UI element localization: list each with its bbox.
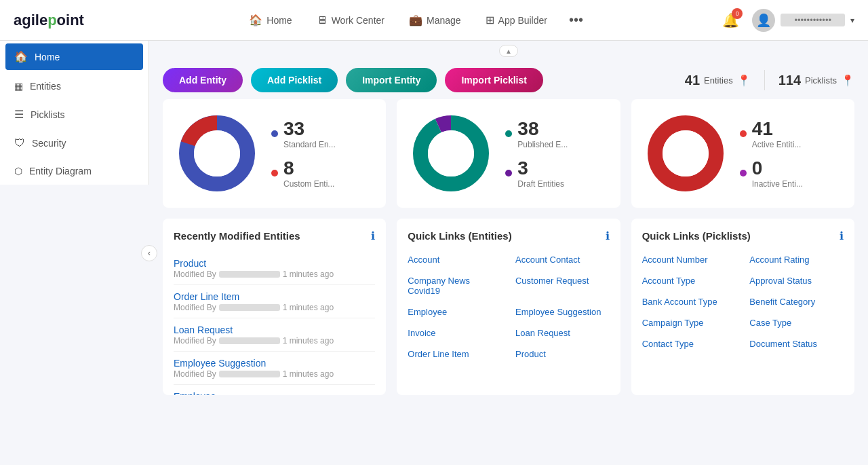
- sidebar-item-entities[interactable]: ▦ Entities: [0, 73, 149, 100]
- modifier-blur-1: [219, 271, 280, 278]
- entity-link-employee[interactable]: Employee: [174, 391, 216, 395]
- home-nav-icon: 🏠: [249, 14, 262, 26]
- ql-customer-request[interactable]: Customer Request: [515, 273, 610, 299]
- ql-account[interactable]: Account: [408, 252, 502, 267]
- chart1-legend: 33 Standard En... 8 Custom Enti...: [271, 118, 336, 189]
- donut-svg-1: [176, 113, 258, 194]
- chevron-up-icon: ▲: [505, 48, 512, 55]
- user-avatar-area[interactable]: 👤 •••••••••••• ▾: [752, 9, 854, 32]
- svg-point-7: [663, 130, 709, 176]
- nav-appbuilder[interactable]: ⊞ App Builder: [476, 10, 557, 31]
- ql-account-contact[interactable]: Account Contact: [515, 252, 610, 267]
- sidebar-entities-label: Entities: [30, 81, 61, 92]
- collapse-top-button[interactable]: ▲: [499, 45, 518, 57]
- ql-bank-account-type[interactable]: Bank Account Type: [642, 294, 736, 310]
- chart-entity-types: 33 Standard En... 8 Custom Enti...: [163, 99, 386, 208]
- ql-employee-suggestion[interactable]: Employee Suggestion: [515, 304, 610, 320]
- import-entity-button[interactable]: Import Entity: [346, 68, 437, 92]
- quick-links-picklists-title: Quick Links (Picklists): [642, 230, 751, 242]
- sidebar-item-picklists[interactable]: ☰ Picklists: [0, 100, 149, 129]
- legend-standard-dot: [271, 130, 278, 137]
- notification-badge: 0: [732, 8, 743, 19]
- ql-employee[interactable]: Employee: [408, 304, 502, 320]
- inactive-count: 0: [752, 157, 803, 179]
- list-item: Employee Suggestion Modified By 1 minute…: [174, 352, 375, 385]
- entity-link-product[interactable]: Product: [174, 258, 206, 269]
- ql-invoice[interactable]: Invoice: [408, 325, 502, 341]
- legend-active-data: 41 Active Entiti...: [752, 118, 802, 149]
- published-label: Published E...: [517, 140, 568, 149]
- chart2-legend: 38 Published E... 3 Draft Entities: [505, 118, 568, 189]
- sidebar-item-home[interactable]: 🏠 Home: [5, 43, 143, 70]
- entities-label: Entities: [704, 75, 733, 86]
- sidebar-entities-icon: ▦: [14, 81, 23, 92]
- recently-modified-list: Product Modified By 1 minutes ago Order …: [174, 252, 375, 395]
- sidebar-item-security[interactable]: 🛡 Security: [0, 129, 149, 157]
- ql-contact-type[interactable]: Contact Type: [642, 336, 736, 352]
- add-picklist-button[interactable]: Add Picklist: [251, 68, 338, 92]
- ql-campaign-type[interactable]: Campaign Type: [642, 315, 736, 331]
- nav-manage[interactable]: 💼 Manage: [399, 10, 471, 31]
- custom-count: 8: [283, 157, 334, 179]
- stats-area: 41 Entities 📍 114 Picklists 📍: [685, 70, 854, 90]
- standard-count: 33: [283, 118, 336, 140]
- ql-document-status[interactable]: Document Status: [749, 336, 844, 352]
- quick-links-entities-title: Quick Links (Entities): [408, 230, 511, 242]
- nav-right: 🔔 0 👤 •••••••••••• ▾: [718, 8, 854, 33]
- sidebar-collapse-button[interactable]: ‹: [141, 245, 157, 261]
- legend-inactive-dot: [740, 170, 747, 176]
- ql-approval-status[interactable]: Approval Status: [749, 273, 844, 289]
- entities-stat: 41 Entities 📍: [685, 73, 751, 88]
- notification-button[interactable]: 🔔 0: [718, 8, 743, 33]
- entity-link-employeesuggestion[interactable]: Employee Suggestion: [174, 358, 266, 369]
- recently-modified-header: Recently Modified Entities ℹ: [174, 229, 375, 242]
- ql-order-line-item[interactable]: Order Line Item: [408, 346, 502, 362]
- ql-account-rating[interactable]: Account Rating: [749, 252, 844, 267]
- nav-more-button[interactable]: •••: [562, 8, 590, 32]
- nav-home[interactable]: 🏠 Home: [239, 10, 301, 31]
- entity-meta-loanrequest: Modified By 1 minutes ago: [174, 336, 375, 346]
- top-navigation: agilepoint 🏠 Home 🖥 Work Center 💼 Manage…: [0, 0, 868, 41]
- donut-svg-2: [410, 113, 492, 194]
- modifier-blur-2: [219, 304, 280, 311]
- ql-case-type[interactable]: Case Type: [749, 315, 844, 331]
- sidebar-home-label: Home: [35, 52, 60, 62]
- entity-meta-product: Modified By 1 minutes ago: [174, 269, 375, 279]
- ql-account-number[interactable]: Account Number: [642, 252, 736, 267]
- quick-links-picklists-info-icon[interactable]: ℹ: [840, 229, 844, 242]
- sidebar-entitydiagram-label: Entity Diagram: [29, 166, 92, 176]
- ql-account-type[interactable]: Account Type: [642, 273, 736, 289]
- legend-draft-data: 3 Draft Entities: [517, 157, 564, 189]
- main-content: ▲ Add Entity Add Picklist Import Entity …: [149, 41, 868, 465]
- entity-link-orderlineitem[interactable]: Order Line Item: [174, 291, 239, 302]
- sidebar-picklists-label: Picklists: [31, 109, 65, 120]
- manage-nav-icon: 💼: [409, 14, 422, 26]
- quick-links-entities-info-icon[interactable]: ℹ: [606, 229, 610, 242]
- sidebar-picklists-icon: ☰: [14, 108, 24, 121]
- ql-company-news[interactable]: Company News Covid19: [408, 273, 502, 299]
- collapse-top-area[interactable]: ▲: [149, 41, 868, 61]
- ql-benefit-category[interactable]: Benefit Category: [749, 294, 844, 310]
- add-entity-button[interactable]: Add Entity: [163, 68, 243, 92]
- entity-meta-orderlineitem: Modified By 1 minutes ago: [174, 303, 375, 312]
- ql-loan-request[interactable]: Loan Request: [515, 325, 610, 341]
- svg-point-5: [428, 130, 474, 176]
- chart-active-status: 41 Active Entiti... 0 Inactive Enti...: [631, 99, 854, 208]
- import-picklist-button[interactable]: Import Picklist: [445, 68, 542, 92]
- svg-point-2: [194, 130, 240, 176]
- sidebar-item-entitydiagram[interactable]: ⬡ Entity Diagram: [0, 157, 149, 185]
- legend-published: 38 Published E...: [505, 118, 568, 149]
- ql-product[interactable]: Product: [515, 346, 610, 362]
- main-layout: 🏠 Home ▦ Entities ☰ Picklists 🛡 Security…: [0, 41, 868, 465]
- quick-links-entities-card: Quick Links (Entities) ℹ Account Account…: [397, 219, 620, 395]
- modifier-blur-4: [219, 371, 280, 377]
- nav-workcenter[interactable]: 🖥 Work Center: [307, 10, 394, 31]
- logo: agilepoint: [14, 12, 84, 29]
- donut-active-status: [645, 113, 726, 194]
- legend-custom-data: 8 Custom Enti...: [283, 157, 334, 189]
- entity-link-loanrequest[interactable]: Loan Request: [174, 324, 233, 335]
- active-count: 41: [752, 118, 802, 140]
- avatar-icon: 👤: [756, 13, 771, 28]
- recently-modified-info-icon[interactable]: ℹ: [371, 229, 375, 242]
- quick-links-picklists-header: Quick Links (Picklists) ℹ: [642, 229, 844, 242]
